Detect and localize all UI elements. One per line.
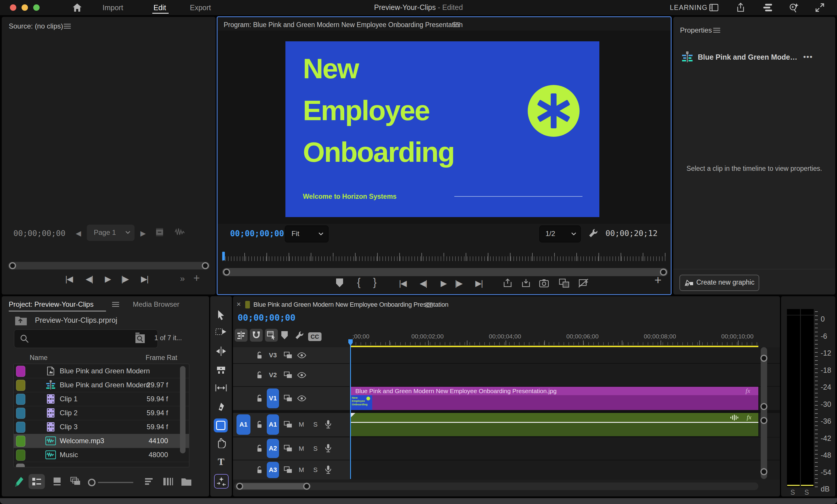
more-options-button[interactable]: •••: [803, 52, 813, 61]
label-chip[interactable]: [16, 436, 25, 447]
vscroll-handle[interactable]: [761, 355, 767, 362]
mute-button[interactable]: M: [297, 460, 306, 480]
audio-clip[interactable]: fx: [351, 413, 759, 436]
timeline-vertical-scrollbar[interactable]: [761, 347, 767, 479]
lock-icon[interactable]: [256, 444, 263, 452]
filmstrip-view-icon[interactable]: [162, 477, 175, 487]
playhead-line[interactable]: [350, 343, 351, 479]
button-editor-icon[interactable]: +: [654, 273, 662, 287]
track-badge-v1[interactable]: V1: [267, 389, 279, 408]
lock-icon[interactable]: [256, 466, 263, 474]
drag-audio-icon[interactable]: [174, 227, 186, 238]
zoom-handle-right[interactable]: [303, 483, 310, 490]
vscroll-handle[interactable]: [761, 468, 767, 475]
play-icon[interactable]: ▶: [441, 279, 446, 288]
eye-icon[interactable]: [297, 395, 307, 402]
program-timecode[interactable]: 00;00;00;00: [230, 229, 284, 238]
icon-view-button[interactable]: [51, 476, 64, 487]
mark-in-icon[interactable]: {: [357, 276, 360, 288]
track-name-v2[interactable]: V2: [267, 364, 279, 386]
razor-tool[interactable]: [215, 364, 227, 376]
timeline-horizontal-scrollbar[interactable]: [234, 483, 759, 490]
track-content-v1[interactable]: Blue Pink and Green Modern New Employee …: [351, 387, 780, 410]
add-button-icon[interactable]: +: [193, 272, 200, 284]
track-badge-a2[interactable]: A2: [267, 439, 279, 458]
panel-layout-icon[interactable]: [709, 3, 719, 12]
freeform-view-button[interactable]: [69, 476, 83, 487]
project-list-scrollbar[interactable]: [180, 366, 185, 453]
track-content-v2[interactable]: [351, 364, 780, 387]
column-header-name[interactable]: Name: [30, 354, 48, 362]
timeline-zoom-thumb[interactable]: [236, 483, 310, 489]
label-chip[interactable]: [16, 366, 25, 377]
list-item[interactable]: Blue Pink and Green Modern: [14, 364, 189, 378]
lock-icon[interactable]: [256, 351, 263, 359]
track-output-icon[interactable]: [283, 444, 293, 452]
learning-button[interactable]: LEARNING: [670, 4, 708, 12]
multicam-toggle-icon[interactable]: [577, 278, 590, 288]
step-back-icon[interactable]: ◀|: [420, 279, 427, 288]
type-tool[interactable]: T: [215, 456, 227, 468]
mute-button[interactable]: M: [297, 437, 306, 460]
tab-media-browser[interactable]: Media Browser: [133, 300, 179, 309]
prev-page-icon[interactable]: ◀: [76, 229, 81, 238]
captions-button[interactable]: CC: [308, 332, 322, 341]
track-output-icon[interactable]: [283, 351, 293, 359]
sort-icon[interactable]: [143, 477, 155, 487]
program-playhead[interactable]: [222, 252, 225, 260]
rectangle-tool-active[interactable]: [214, 418, 228, 432]
mic-icon[interactable]: [324, 443, 333, 454]
more-controls-icon[interactable]: »: [180, 274, 185, 283]
track-select-forward-tool[interactable]: [214, 326, 228, 338]
close-tab-icon[interactable]: ×: [236, 300, 241, 309]
fx-badge[interactable]: fx: [747, 413, 751, 421]
settings-wrench-icon[interactable]: [587, 226, 600, 241]
add-marker-icon[interactable]: [336, 279, 343, 287]
source-scroll-handle-right[interactable]: [202, 262, 209, 269]
linked-selection-button[interactable]: [265, 329, 278, 342]
mic-icon[interactable]: [324, 419, 333, 430]
go-to-in-icon[interactable]: |◀: [65, 274, 72, 284]
video-clip[interactable]: Blue Pink and Green Modern New Employee …: [351, 387, 759, 410]
label-chip[interactable]: [16, 408, 25, 419]
timeline-ruler[interactable]: ;00;00 00;00;02;00 00;00;04;00 00;00;06;…: [351, 329, 759, 346]
label-chip[interactable]: [16, 450, 25, 461]
program-mini-ruler[interactable]: [222, 252, 668, 262]
program-scroll-handle-left[interactable]: [223, 268, 230, 276]
go-to-in-icon[interactable]: |◀: [399, 279, 406, 288]
track-content-v3[interactable]: [351, 347, 780, 364]
extract-icon[interactable]: [520, 278, 532, 288]
track-output-icon[interactable]: [283, 466, 293, 474]
generative-extend-tool[interactable]: [214, 474, 229, 489]
lift-icon[interactable]: [502, 278, 513, 288]
lock-icon[interactable]: [256, 371, 263, 379]
program-scrollbar[interactable]: [222, 268, 668, 276]
track-output-icon[interactable]: [283, 421, 293, 429]
lock-icon[interactable]: [256, 394, 263, 403]
go-to-out-icon[interactable]: ▶|: [475, 279, 483, 288]
vscroll-handle[interactable]: [761, 403, 767, 410]
track-badge-a3[interactable]: A3: [267, 462, 279, 478]
create-new-graphic-button[interactable]: Create new graphic: [679, 275, 759, 291]
track-output-icon[interactable]: [283, 394, 293, 403]
label-chip[interactable]: [16, 394, 25, 405]
mic-icon[interactable]: [324, 465, 333, 475]
go-to-out-icon[interactable]: ▶|: [141, 274, 148, 284]
track-divider[interactable]: [233, 410, 780, 413]
timeline-settings-wrench-icon[interactable]: [293, 331, 305, 340]
pen-tool[interactable]: [215, 402, 227, 413]
snap-toggle-button[interactable]: [250, 329, 263, 342]
vscroll-handle[interactable]: [761, 417, 767, 424]
ripple-edit-tool[interactable]: [214, 345, 228, 357]
track-name-v3[interactable]: V3: [267, 347, 279, 363]
label-chip[interactable]: [16, 422, 25, 433]
column-header-frame-rate[interactable]: Frame Rat: [146, 354, 177, 362]
list-item[interactable]: Clip 3 59.94 f: [14, 420, 189, 434]
source-timecode[interactable]: 00;00;00;00: [13, 229, 66, 238]
insert-overwrite-sequence-button[interactable]: [235, 329, 248, 342]
track-content-a1[interactable]: fx: [351, 413, 780, 436]
list-item[interactable]: Clip 1 59.94 f: [14, 392, 189, 406]
zoom-slider-knob[interactable]: [88, 479, 95, 486]
list-item[interactable]: Clip 2 59.94 f: [14, 406, 189, 420]
tab-project[interactable]: Project: Preview-Your-Clips: [9, 300, 93, 309]
